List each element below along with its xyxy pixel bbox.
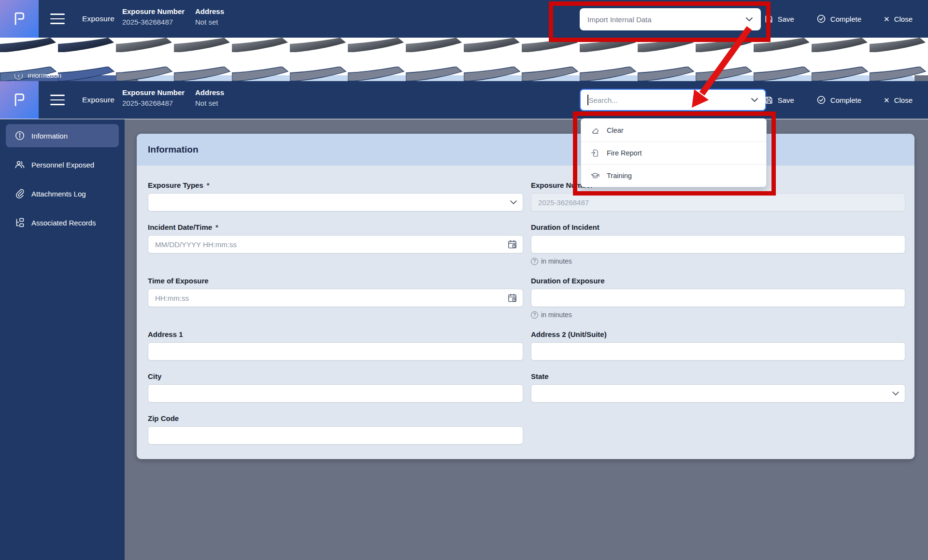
header-actions: Save Complete Close: [764, 0, 913, 38]
address2-field: Address 2 (Unit/Suite): [531, 330, 905, 361]
question-circle-icon: [531, 258, 538, 265]
screenshot-composite: Exposure Exposure Number 2025-36268487 A…: [0, 0, 928, 560]
duration-incident-helper: in minutes: [531, 257, 905, 265]
address-label: Address: [195, 7, 224, 15]
state-field: State: [531, 372, 905, 403]
graduation-cap-icon: [590, 171, 600, 181]
zip-code-input[interactable]: [148, 426, 523, 445]
sidebar-item-personnel-exposed[interactable]: Personnel Exposed: [6, 153, 119, 176]
brand-logo-icon: [9, 9, 29, 29]
duration-of-exposure-field: Duration of Exposure in minutes: [531, 277, 905, 319]
text-cursor: [587, 95, 588, 105]
exposure-number-input: [531, 193, 905, 211]
city-field: City: [148, 372, 523, 403]
content-area: Information Exposure Types* Exposure Num…: [125, 119, 928, 560]
address-value: Not set: [195, 18, 224, 26]
sidebar-nav: Information Personnel Exposed Attachment…: [0, 119, 125, 560]
import-dropdown-value: Import Internal Data: [587, 15, 745, 24]
address1-input[interactable]: [148, 342, 523, 361]
exposure-number-display: Exposure Number 2025-36268487: [122, 88, 185, 107]
header-actions: Save Complete Close: [764, 81, 913, 119]
address-value: Not set: [195, 99, 224, 107]
sidebar-item-attachments-log[interactable]: Attachments Log: [6, 182, 119, 205]
import-options-menu: Clear Fire Report Training: [581, 118, 767, 187]
incident-datetime-field: Incident Date/Time*: [148, 223, 523, 265]
exposure-types-select[interactable]: [148, 193, 523, 211]
panel-body: Exposure Types* Exposure Number Incident…: [137, 166, 914, 459]
records-icon: [14, 217, 25, 228]
exposure-number-value: 2025-36268487: [122, 99, 185, 107]
complete-button[interactable]: Complete: [816, 14, 861, 24]
save-button[interactable]: Save: [764, 96, 794, 105]
brand-logo-icon: [9, 90, 29, 110]
address-display: Address Not set: [195, 7, 224, 26]
address-label: Address: [195, 88, 224, 97]
torn-edge-bottom: Information: [0, 67, 928, 81]
complete-button[interactable]: Complete: [816, 95, 861, 105]
file-import-icon: [590, 148, 600, 158]
state-select[interactable]: [531, 384, 905, 403]
calendar-clock-icon[interactable]: [507, 293, 517, 303]
zip-code-field: Zip Code: [148, 414, 523, 445]
sidebar-item-information[interactable]: Information: [6, 124, 119, 147]
duration-of-incident-field: Duration of Incident in minutes: [531, 223, 905, 265]
page-title: Exposure: [82, 81, 114, 119]
panel-header: Information: [137, 134, 914, 166]
app-logo[interactable]: [0, 0, 39, 38]
incident-datetime-input[interactable]: [148, 235, 523, 253]
address1-field: Address 1: [148, 330, 523, 361]
duration-of-exposure-input[interactable]: [531, 289, 905, 307]
question-circle-icon: [531, 311, 538, 319]
paperclip-icon: [14, 188, 25, 199]
chevron-down-icon: [892, 391, 899, 396]
required-marker: *: [215, 223, 218, 231]
search-input[interactable]: [589, 96, 751, 104]
exposure-number-display: Exposure Number 2025-36268487: [122, 7, 185, 26]
save-floppy-icon: [764, 96, 773, 105]
panel-title: Information: [148, 144, 199, 155]
chevron-down-icon: [751, 98, 758, 102]
menu-hamburger-icon[interactable]: [50, 94, 65, 106]
app-header: Exposure Exposure Number 2025-36268487 A…: [0, 81, 928, 119]
chevron-down-icon: [745, 17, 753, 22]
sidebar-item-associated-records[interactable]: Associated Records: [6, 211, 119, 234]
duration-exposure-helper: in minutes: [531, 311, 905, 319]
exposure-form: Exposure Types* Exposure Number Incident…: [148, 181, 903, 445]
app-header-before: Exposure Exposure Number 2025-36268487 A…: [0, 0, 928, 38]
address2-input[interactable]: [531, 342, 905, 361]
menu-item-clear[interactable]: Clear: [581, 119, 766, 141]
import-internal-data-dropdown[interactable]: Import Internal Data: [580, 8, 761, 30]
import-search-combobox[interactable]: [580, 89, 766, 111]
empty-cell: [531, 414, 905, 445]
close-x-icon: [884, 97, 890, 104]
page-title: Exposure: [82, 0, 114, 38]
info-icon: [14, 130, 25, 141]
close-x-icon: [884, 15, 890, 23]
time-of-exposure-input[interactable]: [148, 289, 523, 307]
circle-check-icon: [816, 14, 826, 24]
chevron-down-icon: [510, 200, 517, 205]
circle-check-icon: [816, 95, 826, 105]
exposure-number-value: 2025-36268487: [122, 18, 185, 26]
exposure-number-label: Exposure Number: [122, 88, 185, 97]
close-button[interactable]: Close: [884, 96, 913, 104]
save-floppy-icon: [764, 14, 773, 24]
save-button[interactable]: Save: [764, 14, 794, 24]
exposure-types-field: Exposure Types*: [148, 181, 523, 211]
torn-edge-top: [0, 38, 928, 52]
city-input[interactable]: [148, 384, 523, 403]
calendar-clock-icon[interactable]: [507, 239, 517, 250]
time-of-exposure-field: Time of Exposure: [148, 277, 523, 319]
close-button[interactable]: Close: [884, 15, 913, 23]
information-panel: Information Exposure Types* Exposure Num…: [137, 134, 914, 459]
eraser-icon: [590, 126, 600, 135]
menu-item-training[interactable]: Training: [581, 164, 766, 187]
menu-item-fire-report[interactable]: Fire Report: [581, 141, 766, 164]
duration-of-incident-input[interactable]: [531, 235, 905, 253]
menu-hamburger-icon[interactable]: [50, 13, 65, 25]
app-logo[interactable]: [0, 81, 39, 119]
address-display: Address Not set: [195, 88, 224, 107]
required-marker: *: [207, 181, 210, 189]
people-icon: [14, 159, 25, 170]
torn-fins: [0, 67, 928, 81]
